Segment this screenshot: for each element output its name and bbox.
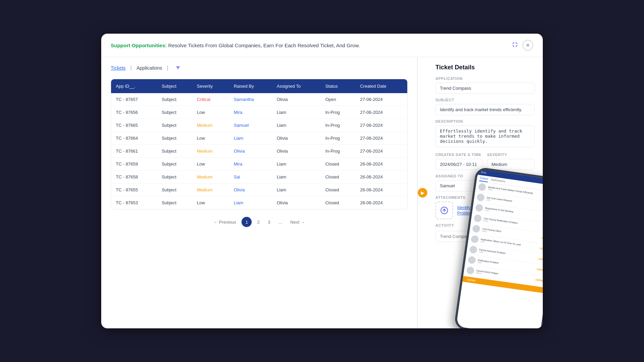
phone-avatar	[477, 193, 485, 202]
cell-status: Closed	[321, 158, 355, 171]
cell-status: In-Prog	[321, 119, 355, 132]
table-row: TC - 87661 Subject Medium Olivia Olivia …	[111, 145, 407, 158]
cell-severity: Medium	[192, 184, 229, 196]
ticket-details-title: Ticket Details	[435, 64, 535, 71]
cell-subject: Subject	[157, 132, 192, 145]
table-row: TC - 87657 Subject Critical Samantha Oli…	[111, 93, 407, 106]
cell-id: TC - 87655	[111, 184, 157, 196]
page-2-button[interactable]: 2	[254, 218, 262, 226]
raised-by-link[interactable]: Sai	[234, 174, 240, 179]
cell-created: 27-06-2024	[355, 132, 407, 145]
raised-by-link[interactable]: Olivia	[234, 187, 245, 192]
panel-toggle-button[interactable]: ▶	[418, 188, 427, 197]
cell-raised-by: Liam	[229, 132, 272, 145]
description-textarea[interactable]: Effortlessly identify and track market t…	[435, 125, 535, 147]
close-icon[interactable]	[522, 40, 533, 51]
page-3-button[interactable]: 3	[265, 218, 273, 226]
header-actions	[512, 40, 533, 51]
application-input[interactable]	[435, 83, 535, 94]
phone-avatar	[470, 235, 479, 243]
phone-screen: 9:41 ●●● WiFi ▮▮ Tickets Applications ▼ …	[456, 169, 543, 328]
tabs-row: Tickets | Applications |	[111, 64, 408, 72]
subject-label: SUBJECT	[435, 98, 535, 102]
cell-severity: Low	[192, 132, 229, 145]
cell-id: TC - 87653	[111, 196, 157, 209]
severity-input[interactable]	[487, 159, 535, 170]
col-created-date: Created Date	[355, 79, 407, 93]
cell-raised-by: Mira	[229, 106, 272, 119]
cell-subject: Subject	[157, 158, 192, 171]
raised-by-link[interactable]: Mira	[234, 110, 242, 115]
col-raised-by: Raised By	[229, 79, 272, 93]
page-ellipsis[interactable]: ...	[276, 218, 285, 226]
right-panel: Ticket Details APPLICATION SUBJECT DESCR…	[427, 57, 543, 328]
raised-by-link[interactable]: Liam	[234, 136, 243, 141]
page-1-button[interactable]: 1	[242, 217, 252, 227]
cell-created: 27-06-2024	[355, 93, 407, 106]
cell-raised-by: Olivia	[229, 145, 272, 158]
prev-page-button[interactable]: ← Previous	[211, 218, 239, 226]
table-row: TC - 87658 Subject Medium Sai Liam Close…	[111, 171, 407, 184]
cell-raised-by: Samuel	[229, 119, 272, 132]
raised-by-link[interactable]: Liam	[234, 200, 243, 205]
cell-severity: Low	[192, 106, 229, 119]
raised-by-link[interactable]: Olivia	[234, 149, 245, 154]
cell-subject: Subject	[157, 184, 192, 196]
cell-created: 26-06-2024	[355, 158, 407, 171]
filter-icon[interactable]	[175, 65, 181, 71]
cell-assigned-to: Liam	[272, 119, 321, 132]
subject-input[interactable]	[435, 104, 535, 115]
phone-avatar	[478, 183, 486, 191]
phone-badge: In-Prog	[536, 268, 543, 272]
cell-assigned-to: Liam	[272, 106, 321, 119]
cell-status: Closed	[321, 184, 355, 196]
cell-status: Closed	[321, 171, 355, 184]
cell-status: In-Prog	[321, 106, 355, 119]
created-input[interactable]	[435, 159, 483, 170]
phone-badge: In-Prog	[542, 226, 543, 230]
phone-avatar	[466, 266, 475, 275]
cell-raised-by: Liam	[229, 196, 272, 209]
table-row: TC - 87664 Subject Low Liam Olivia In-Pr…	[111, 132, 407, 145]
compress-icon[interactable]	[512, 41, 518, 50]
upload-icon[interactable]	[435, 202, 453, 219]
table-body: TC - 87657 Subject Critical Samantha Oli…	[111, 93, 407, 209]
cell-assigned-to: Olivia	[272, 132, 321, 145]
cell-raised-by: Sai	[229, 171, 272, 184]
cell-created: 26-06-2024	[355, 184, 407, 196]
cell-id: TC - 87665	[111, 119, 157, 132]
header-title-normal: Resolve Tickets From Global Companies, E…	[168, 42, 360, 48]
phone-avatar	[475, 204, 483, 212]
cell-subject: Subject	[157, 171, 192, 184]
cell-created: 27-06-2024	[355, 106, 407, 119]
table-row: TC - 87656 Subject Low Mira Liam In-Prog…	[111, 106, 407, 119]
col-severity: Severity	[192, 79, 229, 93]
tab-applications[interactable]: Applications	[137, 64, 162, 72]
cell-id: TC - 87658	[111, 171, 157, 184]
cell-raised-by: Olivia	[229, 184, 272, 196]
description-label: DESCRIPTION	[435, 119, 535, 123]
tab-tickets[interactable]: Tickets	[111, 64, 126, 72]
cell-subject: Subject	[157, 93, 192, 106]
cell-status: Open	[321, 93, 355, 106]
tab-divider: |	[130, 65, 132, 71]
cell-status: In-Prog	[321, 145, 355, 158]
cell-severity: Medium	[192, 119, 229, 132]
phone-list: Identify And Track Market Trends Efficie…	[463, 181, 543, 287]
raised-by-link[interactable]: Samantha	[234, 97, 254, 102]
phone-badge: In-Prog	[540, 237, 543, 241]
raised-by-link[interactable]: Samuel	[234, 123, 249, 128]
pagination: ← Previous 1 2 3 ... Next →	[111, 209, 408, 230]
cell-severity: Medium	[192, 171, 229, 184]
next-page-button[interactable]: Next →	[288, 218, 308, 226]
main-container: Support Opportunities: Resolve Tickets F…	[101, 34, 543, 328]
table-row: TC - 87655 Subject Medium Olivia Liam Cl…	[111, 184, 407, 196]
left-panel: Tickets | Applications | App ID__. Subje…	[101, 57, 418, 328]
raised-by-link[interactable]: Mira	[234, 161, 242, 167]
tab-divider-2: |	[167, 65, 168, 71]
application-label: APPLICATION	[435, 76, 535, 81]
cell-assigned-to: Liam	[272, 158, 321, 171]
cell-raised-by: Mira	[229, 158, 272, 171]
phone-badge: In-Prog	[537, 257, 543, 261]
phone-time: 9:41	[481, 171, 487, 174]
